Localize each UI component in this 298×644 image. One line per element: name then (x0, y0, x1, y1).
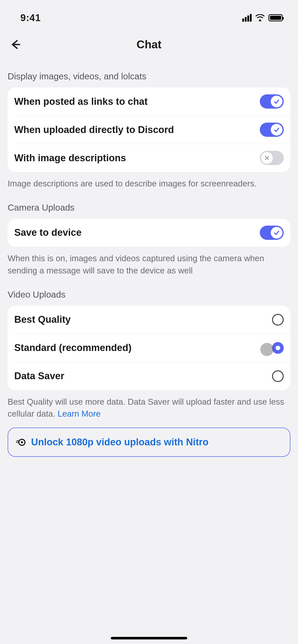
video-card: Best Quality Standard (recommended) Data… (8, 306, 290, 390)
nitro-icon (16, 437, 26, 447)
svg-point-0 (259, 19, 261, 21)
row-data-saver[interactable]: Data Saver (8, 362, 290, 390)
toggle-posted-as-links[interactable] (260, 94, 284, 109)
section-footer-video: Best Quality will use more data. Data Sa… (8, 390, 290, 420)
page-title: Chat (137, 38, 161, 51)
check-icon (273, 98, 280, 105)
row-label: When posted as links to chat (14, 96, 148, 107)
toggle-image-descriptions[interactable] (260, 151, 284, 165)
svg-point-2 (21, 441, 23, 443)
row-image-descriptions[interactable]: With image descriptions (8, 144, 290, 172)
section-header-display: Display images, videos, and lolcats (8, 58, 290, 87)
status-icons (242, 14, 283, 22)
arrow-left-icon (9, 39, 21, 50)
status-bar: 9:41 (0, 5, 298, 31)
row-save-to-device[interactable]: Save to device (8, 219, 290, 247)
back-button[interactable] (8, 37, 23, 52)
section-footer-display: Image descriptions are used to describe … (8, 172, 290, 190)
battery-icon (268, 14, 283, 21)
radio-standard[interactable] (272, 342, 284, 354)
x-icon (264, 155, 270, 161)
row-label: Data Saver (14, 371, 64, 382)
check-icon (273, 126, 280, 133)
status-time: 9:41 (20, 12, 41, 23)
check-icon (273, 229, 280, 236)
nitro-text: Unlock 1080p video uploads with Nitro (31, 437, 209, 448)
row-posted-as-links[interactable]: When posted as links to chat (8, 87, 290, 115)
toggle-uploaded-directly[interactable] (260, 123, 284, 137)
radio-data-saver[interactable] (272, 370, 284, 382)
wifi-icon (255, 14, 265, 21)
row-standard[interactable]: Standard (recommended) (8, 334, 290, 362)
home-indicator (111, 637, 187, 639)
video-footer-text: Best Quality will use more data. Data Sa… (8, 397, 284, 419)
section-header-camera: Camera Uploads (8, 190, 290, 219)
page-header: Chat (0, 31, 298, 58)
row-label: With image descriptions (14, 153, 126, 164)
section-footer-camera: When this is on, images and videos captu… (8, 247, 290, 277)
camera-card: Save to device (8, 219, 290, 247)
cellular-icon (242, 14, 252, 22)
learn-more-link[interactable]: Learn More (58, 409, 101, 418)
nitro-banner[interactable]: Unlock 1080p video uploads with Nitro (8, 428, 290, 457)
row-label: Best Quality (14, 314, 71, 325)
row-uploaded-directly[interactable]: When uploaded directly to Discord (8, 116, 290, 144)
row-label: When uploaded directly to Discord (14, 124, 174, 135)
row-label: Save to device (14, 227, 82, 238)
row-label: Standard (recommended) (14, 342, 131, 353)
display-card: When posted as links to chat When upload… (8, 87, 290, 172)
row-best-quality[interactable]: Best Quality (8, 306, 290, 334)
section-header-video: Video Uploads (8, 277, 290, 306)
toggle-save-to-device[interactable] (260, 226, 284, 240)
radio-best-quality[interactable] (272, 314, 284, 326)
